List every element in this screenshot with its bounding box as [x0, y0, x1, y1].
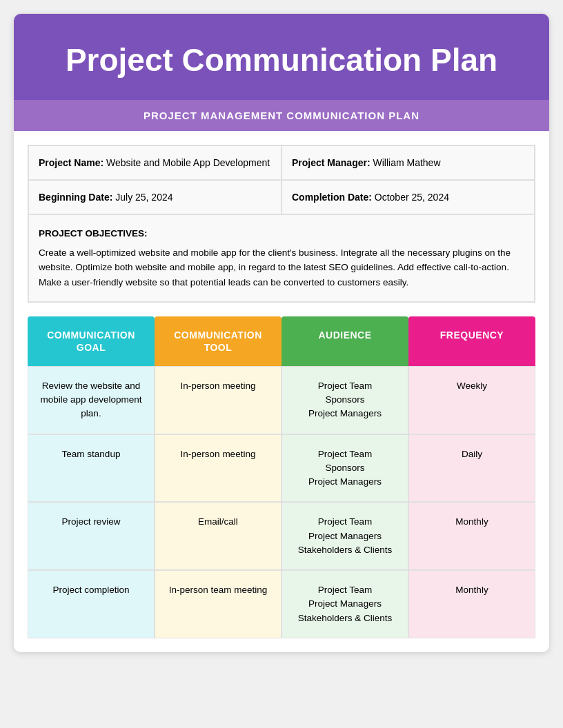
th-tool: COMMUNICATION TOOL [155, 316, 282, 366]
row-1-audience: Project TeamSponsorsProject Managers [282, 434, 408, 503]
project-name-cell: Project Name: Website and Mobile App Dev… [28, 145, 282, 180]
table-row: Review the website and mobile app develo… [28, 366, 535, 434]
table-row: Project reviewEmail/callProject TeamProj… [28, 502, 535, 570]
row-3-goal: Project completion [28, 570, 155, 638]
communication-table: COMMUNICATION GOAL COMMUNICATION TOOL AU… [28, 316, 535, 638]
row-2-tool: Email/call [155, 502, 282, 570]
objectives-cell: PROJECT OBJECTIVES: Create a well-optimi… [28, 214, 535, 301]
completion-date-value: October 25, 2024 [375, 192, 449, 203]
info-grid: Project Name: Website and Mobile App Dev… [28, 145, 535, 301]
subheader: PROJECT MANAGEMENT COMMUNICATION PLAN [14, 100, 549, 131]
row-1-goal: Team standup [28, 434, 155, 503]
beginning-date-cell: Beginning Date: July 25, 2024 [28, 180, 282, 214]
project-name-value: Website and Mobile App Development [106, 157, 270, 168]
th-goal: COMMUNICATION GOAL [28, 316, 155, 366]
table-body: Review the website and mobile app develo… [28, 366, 535, 638]
project-manager-value: William Mathew [373, 157, 440, 168]
row-0-goal: Review the website and mobile app develo… [28, 366, 155, 434]
row-0-audience: Project TeamSponsorsProject Managers [282, 366, 408, 434]
beginning-date-label: Beginning Date: [39, 192, 112, 203]
completion-date-cell: Completion Date: October 25, 2024 [282, 180, 535, 214]
row-0-frequency: Weekly [408, 366, 535, 434]
th-audience: AUDIENCE [282, 316, 408, 366]
row-3-tool: In-person team meeting [155, 570, 282, 638]
row-0-tool: In-person meeting [155, 366, 282, 434]
row-2-frequency: Monthly [408, 502, 535, 570]
page-title: Project Communication Plan [34, 41, 529, 79]
table-header: COMMUNICATION GOAL COMMUNICATION TOOL AU… [28, 316, 535, 366]
row-1-frequency: Daily [408, 434, 535, 503]
completion-date-label: Completion Date: [292, 192, 372, 203]
page: Project Communication Plan PROJECT MANAG… [14, 14, 549, 652]
row-2-goal: Project review [28, 502, 155, 570]
row-3-frequency: Monthly [408, 570, 535, 638]
subtitle: PROJECT MANAGEMENT COMMUNICATION PLAN [34, 110, 529, 121]
header: Project Communication Plan [14, 14, 549, 100]
row-3-audience: Project TeamProject ManagersStakeholders… [282, 570, 408, 638]
th-frequency: FREQUENCY [408, 316, 535, 366]
row-1-tool: In-person meeting [155, 434, 282, 503]
project-name-label: Project Name: [39, 157, 103, 168]
row-2-audience: Project TeamProject ManagersStakeholders… [282, 502, 408, 570]
table-row: Project completionIn-person team meeting… [28, 570, 535, 638]
objectives-label: PROJECT OBJECTIVES: [39, 226, 524, 241]
project-manager-label: Project Manager: [292, 157, 371, 168]
project-manager-cell: Project Manager: William Mathew [282, 145, 535, 180]
table-row: Team standupIn-person meetingProject Tea… [28, 434, 535, 503]
objectives-text: Create a well-optimized website and mobi… [39, 247, 511, 287]
project-info: Project Name: Website and Mobile App Dev… [28, 145, 535, 302]
beginning-date-value: July 25, 2024 [115, 192, 172, 203]
